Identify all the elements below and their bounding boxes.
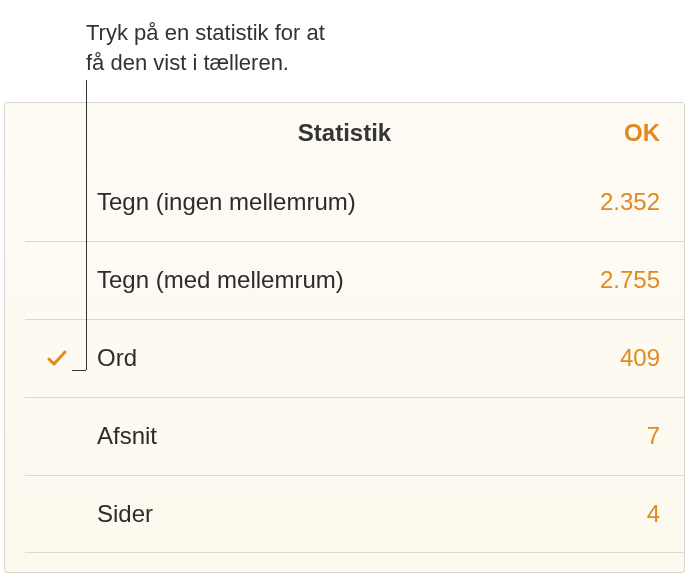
stat-value: 4 [647, 500, 660, 528]
stat-row-chars-no-spaces[interactable]: Tegn (ingen mellemrum) 2.352 [5, 163, 684, 241]
statistics-panel: Statistik OK Tegn (ingen mellemrum) 2.35… [4, 102, 685, 573]
stat-row-paragraphs[interactable]: Afsnit 7 [5, 397, 684, 475]
checkmark-icon [45, 346, 69, 370]
stat-label: Sider [97, 500, 647, 528]
annotation-text: Tryk på en statistik for atfå den vist i… [86, 18, 325, 77]
stat-value: 7 [647, 422, 660, 450]
stat-label: Tegn (ingen mellemrum) [97, 188, 600, 216]
stat-row-pages[interactable]: Sider 4 [5, 475, 684, 553]
stat-row-words[interactable]: Ord 409 [5, 319, 684, 397]
stat-row-chars-with-spaces[interactable]: Tegn (med mellemrum) 2.755 [5, 241, 684, 319]
callout-line [72, 370, 86, 371]
stat-label: Ord [97, 344, 620, 372]
callout-line [86, 80, 87, 370]
stat-list: Tegn (ingen mellemrum) 2.352 Tegn (med m… [5, 163, 684, 553]
panel-title: Statistik [298, 119, 391, 147]
stat-label: Afsnit [97, 422, 647, 450]
panel-header: Statistik OK [5, 103, 684, 163]
stat-value: 409 [620, 344, 660, 372]
stat-value: 2.755 [600, 266, 660, 294]
stat-value: 2.352 [600, 188, 660, 216]
stat-label: Tegn (med mellemrum) [97, 266, 600, 294]
ok-button[interactable]: OK [624, 119, 660, 147]
